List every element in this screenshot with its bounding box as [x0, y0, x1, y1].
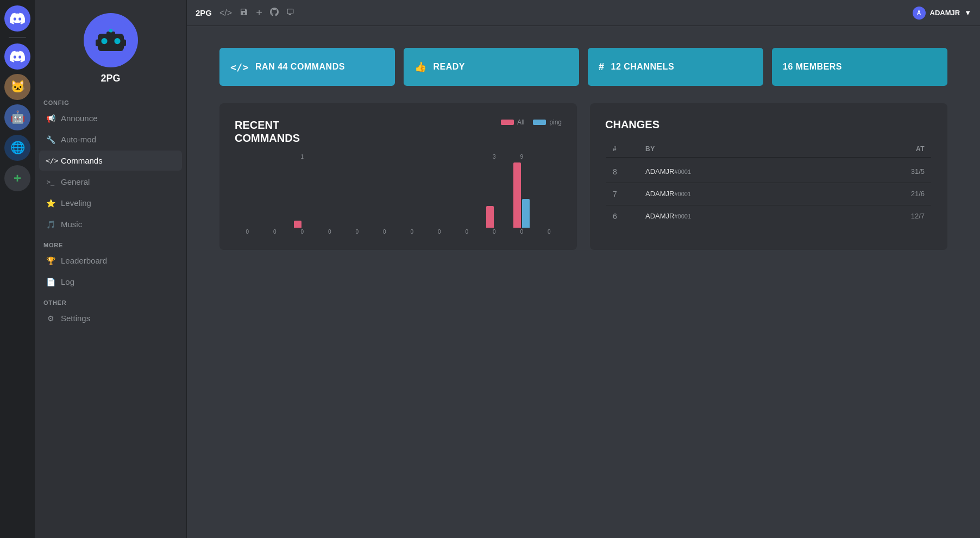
- sidebar-item-announce[interactable]: 📢 Announce: [39, 108, 182, 128]
- bar-wrapper-8: [458, 162, 475, 228]
- sidebar-item-leveling[interactable]: ⭐ Leveling: [39, 193, 182, 213]
- bar-group-2: 10: [290, 154, 315, 235]
- bot-profile: 2PG: [84, 0, 138, 93]
- legend-all: All: [501, 118, 524, 126]
- server-4-icon[interactable]: 🌐: [4, 135, 30, 161]
- bar-chart: 001000000030900: [235, 153, 562, 235]
- monitor-icon[interactable]: [286, 8, 295, 18]
- stat-channels-value: 12 CHANNELS: [611, 62, 675, 72]
- bot-avatar: [84, 13, 138, 67]
- bar-bottom-label-10: 0: [520, 229, 523, 235]
- discord-logo-icon[interactable]: [4, 5, 30, 32]
- table-row: 7ADAMJR#000121/6: [606, 183, 931, 205]
- icon-rail: 🐱 🤖 🌐 +: [0, 0, 35, 538]
- bar-top-label-2: 1: [300, 154, 304, 161]
- settings-icon: ⚙: [46, 314, 55, 323]
- bar-top-label-9: 3: [493, 154, 496, 161]
- sidebar: 2PG CONFIG 📢 Announce 🔧 Auto-mod </> Com…: [35, 0, 187, 538]
- config-label: CONFIG: [39, 93, 182, 108]
- bot-name: 2PG: [100, 73, 120, 84]
- bar-wrapper-0: [239, 162, 255, 228]
- general-label: General: [61, 177, 90, 186]
- commands-icon: </>: [46, 157, 55, 165]
- server-3-icon[interactable]: 🤖: [4, 104, 30, 130]
- sidebar-item-log[interactable]: 📄 Log: [39, 272, 182, 292]
- table-row: 6ADAMJR#000112/7: [606, 205, 931, 227]
- legend-ping: ping: [533, 118, 562, 126]
- bar-bottom-label-7: 0: [438, 229, 441, 235]
- changes-table-header: # BY AT: [606, 141, 931, 158]
- bar-group-0: 0: [235, 154, 260, 235]
- panels: RECENTCOMMANDS All ping: [219, 103, 947, 250]
- announce-icon: 📢: [46, 114, 55, 123]
- general-icon: >_: [46, 178, 55, 186]
- code-icon[interactable]: </>: [219, 8, 232, 18]
- leveling-icon: ⭐: [46, 199, 55, 208]
- legend-all-dot: [501, 120, 514, 125]
- bar-wrapper-10: [513, 162, 530, 228]
- col-num-header: #: [613, 145, 645, 153]
- col-num: 7: [613, 190, 645, 198]
- col-by: ADAMJR#0001: [645, 190, 870, 198]
- server-1-icon[interactable]: [4, 43, 30, 70]
- chart-legend: All ping: [501, 118, 562, 126]
- server-2-icon[interactable]: 🐱: [4, 74, 30, 100]
- other-label: OTHER: [39, 293, 182, 308]
- github-icon[interactable]: [270, 8, 279, 18]
- stat-card-commands: </> RAN 44 COMMANDS: [219, 48, 395, 86]
- bar-group-7: 0: [427, 154, 453, 235]
- bar-ping-10: [522, 199, 530, 228]
- nav-config-section: CONFIG 📢 Announce 🔧 Auto-mod </> Command…: [35, 93, 186, 235]
- col-num: 6: [613, 212, 645, 221]
- bar-group-5: 0: [372, 154, 398, 235]
- bar-bottom-label-8: 0: [465, 229, 468, 235]
- add-server-button[interactable]: +: [4, 165, 30, 191]
- bar-all-10: [513, 162, 521, 228]
- stat-card-channels: # 12 CHANNELS: [588, 48, 763, 86]
- top-bar-left: 2PG </> +: [196, 7, 295, 19]
- add-icon[interactable]: +: [256, 7, 262, 19]
- music-icon: 🎵: [46, 220, 55, 229]
- stat-card-members: 16 MEMBERS: [772, 48, 947, 86]
- col-num: 8: [613, 167, 645, 176]
- stat-card-ready: 👍 READY: [404, 48, 579, 86]
- rail-divider: [9, 37, 26, 38]
- legend-ping-dot: [533, 120, 546, 125]
- sidebar-item-general[interactable]: >_ General: [39, 172, 182, 192]
- stat-cards: </> RAN 44 COMMANDS 👍 READY # 12 CHANNEL…: [219, 48, 947, 86]
- bar-wrapper-3: [322, 162, 338, 228]
- svg-point-3: [114, 38, 120, 44]
- col-at: 21/6: [870, 190, 925, 198]
- sidebar-item-commands[interactable]: </> Commands: [39, 151, 182, 171]
- sidebar-item-auto-mod[interactable]: 🔧 Auto-mod: [39, 129, 182, 149]
- bar-bottom-label-0: 0: [246, 229, 249, 235]
- svg-rect-7: [122, 39, 125, 46]
- dropdown-arrow-icon: ▼: [964, 9, 971, 17]
- bar-bottom-label-5: 0: [383, 229, 386, 235]
- top-bar: 2PG </> + A ADAMJR ▼: [187, 0, 980, 26]
- bar-wrapper-7: [431, 162, 448, 228]
- sidebar-item-settings[interactable]: ⚙ Settings: [39, 308, 182, 328]
- bar-wrapper-5: [376, 162, 393, 228]
- log-icon: 📄: [46, 278, 55, 286]
- bar-bottom-label-2: 0: [300, 229, 304, 235]
- announce-label: Announce: [61, 114, 98, 123]
- bar-bottom-label-4: 0: [355, 229, 359, 235]
- sidebar-item-music[interactable]: 🎵 Music: [39, 214, 182, 234]
- changes-title: CHANGES: [605, 118, 932, 131]
- bar-group-1: 0: [262, 154, 288, 235]
- sidebar-item-leaderboard[interactable]: 🏆 Leaderboard: [39, 251, 182, 271]
- bar-group-4: 0: [344, 154, 370, 235]
- user-menu[interactable]: A ADAMJR ▼: [913, 7, 972, 20]
- changes-table: # BY AT 8ADAMJR#000131/57ADAMJR#000121/6…: [605, 140, 932, 228]
- bar-wrapper-2: [294, 162, 310, 228]
- stat-commands-value: RAN 44 COMMANDS: [255, 62, 345, 72]
- save-icon[interactable]: [240, 8, 248, 18]
- svg-rect-6: [96, 39, 99, 46]
- col-at: 31/5: [870, 167, 925, 176]
- bar-wrapper-1: [267, 162, 283, 228]
- nav-other-section: OTHER ⚙ Settings: [35, 293, 186, 329]
- stat-ready-value: READY: [434, 62, 466, 72]
- settings-label: Settings: [61, 314, 90, 323]
- bar-bottom-label-11: 0: [548, 229, 551, 235]
